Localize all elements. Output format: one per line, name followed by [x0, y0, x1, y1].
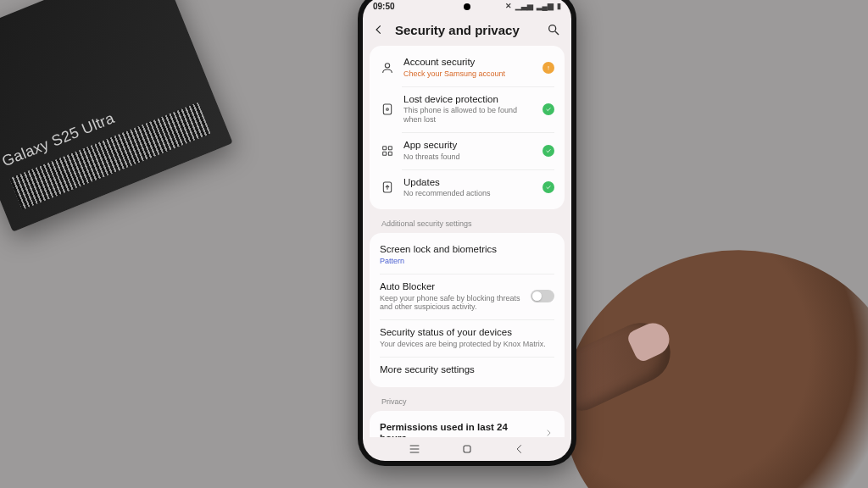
row-subtitle: Check your Samsung account — [403, 69, 534, 79]
svg-rect-9 — [383, 152, 387, 155]
svg-point-0 — [549, 25, 556, 32]
svg-point-6 — [387, 108, 389, 110]
status-icons: ✕ ▁▃▅ ▂▄▆ ▮ — [505, 2, 561, 10]
row-screen-lock[interactable]: Screen lock and biometrics Pattern — [370, 236, 565, 274]
nav-recents[interactable] — [408, 442, 421, 456]
row-account-security[interactable]: Account security Check your Samsung acco… — [370, 49, 565, 86]
chevron-left-icon — [373, 24, 385, 36]
svg-rect-5 — [383, 104, 391, 114]
row-subtitle: Your devices are being protected by Knox… — [380, 340, 554, 349]
additional-card: Screen lock and biometrics Pattern Auto … — [370, 233, 565, 386]
row-updates[interactable]: Updates No recommended actions — [370, 169, 565, 207]
search-button[interactable] — [546, 22, 561, 37]
chevron-right-icon — [542, 427, 554, 437]
wifi-icon: ▁▃▅ — [515, 2, 533, 10]
system-navbar — [363, 437, 571, 461]
row-title: Lost device protection — [403, 94, 534, 106]
svg-rect-16 — [464, 446, 470, 452]
row-subtitle: No threats found — [403, 152, 534, 162]
row-subtitle: Keep your phone safe by blocking threats… — [380, 294, 522, 313]
page-title: Security and privacy — [395, 23, 537, 37]
svg-rect-8 — [388, 146, 392, 149]
battery-icon: ▮ — [557, 2, 561, 10]
row-permissions[interactable]: Permissions used in last 24 hours — [370, 414, 565, 437]
vibrate-icon: ✕ — [505, 2, 512, 10]
row-title: Permissions used in last 24 hours — [380, 422, 534, 437]
auto-blocker-toggle[interactable] — [531, 290, 554, 302]
signal-icon: ▂▄▆ — [537, 2, 554, 10]
person-icon — [380, 60, 395, 75]
nav-back[interactable] — [513, 442, 526, 456]
svg-rect-7 — [383, 146, 387, 149]
update-icon — [380, 180, 395, 195]
row-more-security[interactable]: More security settings — [370, 357, 565, 384]
row-subtitle: Pattern — [380, 257, 554, 266]
status-time: 09:50 — [373, 2, 395, 11]
back-button[interactable] — [371, 22, 387, 37]
row-subtitle: This phone is allowed to be found when l… — [403, 106, 534, 125]
row-lost-device[interactable]: Lost device protection This phone is all… — [370, 86, 565, 132]
section-privacy: Privacy — [370, 396, 565, 411]
page-header: Security and privacy — [363, 15, 571, 46]
row-title: Auto Blocker — [380, 281, 522, 293]
apps-icon — [380, 143, 395, 158]
settings-content[interactable]: Account security Check your Samsung acco… — [363, 46, 571, 437]
row-subtitle: No recommended actions — [403, 189, 534, 198]
svg-rect-10 — [388, 152, 392, 155]
row-title: More security settings — [380, 364, 554, 376]
phone-screen: 09:50 ✕ ▁▃▅ ▂▄▆ ▮ Security and privacy — [363, 0, 571, 461]
row-auto-blocker[interactable]: Auto Blocker Keep your phone safe by blo… — [370, 274, 565, 319]
row-title: Screen lock and biometrics — [380, 244, 554, 256]
locate-icon — [380, 102, 395, 117]
ok-badge-icon — [542, 181, 554, 193]
ok-badge-icon — [542, 145, 554, 157]
privacy-card: Permissions used in last 24 hours — [370, 411, 565, 437]
search-icon — [547, 23, 560, 36]
row-title: App security — [403, 140, 534, 152]
row-title: Account security — [403, 57, 534, 69]
row-title: Updates — [403, 177, 534, 189]
product-box-prop: Galaxy S25 Ultra — [0, 0, 233, 232]
svg-line-1 — [555, 31, 559, 35]
phone-frame: 09:50 ✕ ▁▃▅ ▂▄▆ ▮ Security and privacy — [358, 0, 576, 466]
nav-home[interactable] — [460, 442, 474, 456]
row-title: Security status of your devices — [380, 327, 554, 339]
security-status-card: Account security Check your Samsung acco… — [370, 46, 565, 209]
warning-badge-icon — [542, 62, 554, 74]
svg-point-2 — [385, 63, 389, 67]
ok-badge-icon — [542, 103, 554, 115]
row-device-status[interactable]: Security status of your devices Your dev… — [370, 319, 565, 357]
camera-punch-hole — [464, 3, 470, 10]
section-additional: Additional security settings — [370, 218, 565, 233]
row-app-security[interactable]: App security No threats found — [370, 132, 565, 169]
